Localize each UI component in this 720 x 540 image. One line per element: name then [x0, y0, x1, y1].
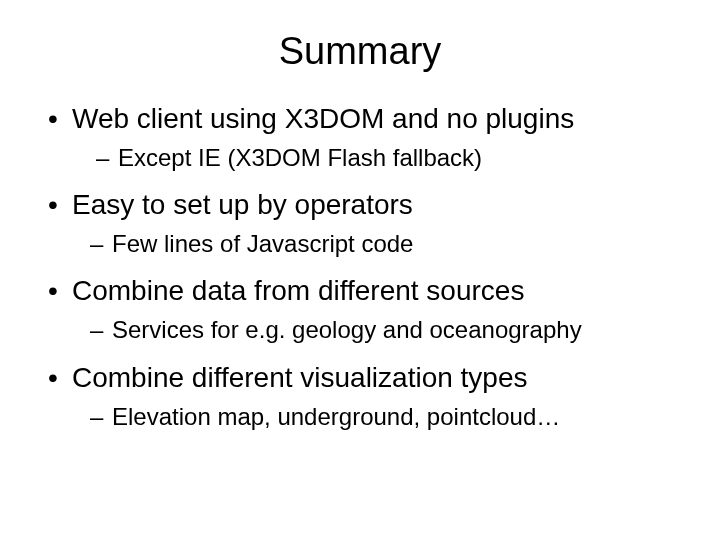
sub-bullet-text: Services for e.g. geology and oceanograp… [112, 314, 582, 345]
sub-bullet-text: Few lines of Javascript code [112, 228, 413, 259]
bullet-row: • Combine different visualization types [48, 360, 690, 395]
slide-title: Summary [30, 30, 690, 73]
dash-icon: – [96, 142, 118, 173]
bullet-row: • Combine data from different sources [48, 273, 690, 308]
dash-icon: – [90, 314, 112, 345]
list-item: • Combine data from different sources – … [30, 273, 690, 345]
bullet-icon: • [48, 101, 72, 136]
bullet-list: • Web client using X3DOM and no plugins … [30, 101, 690, 432]
bullet-icon: • [48, 187, 72, 222]
sub-bullet-row: – Services for e.g. geology and oceanogr… [90, 314, 690, 345]
list-item: • Combine different visualization types … [30, 360, 690, 432]
bullet-row: • Easy to set up by operators [48, 187, 690, 222]
bullet-row: • Web client using X3DOM and no plugins [48, 101, 690, 136]
list-item: • Easy to set up by operators – Few line… [30, 187, 690, 259]
sub-bullet-text: Elevation map, underground, pointcloud… [112, 401, 560, 432]
bullet-text: Easy to set up by operators [72, 187, 413, 222]
bullet-text: Combine different visualization types [72, 360, 528, 395]
list-item: • Web client using X3DOM and no plugins … [30, 101, 690, 173]
dash-icon: – [90, 401, 112, 432]
bullet-icon: • [48, 360, 72, 395]
sub-bullet-row: – Few lines of Javascript code [90, 228, 690, 259]
dash-icon: – [90, 228, 112, 259]
slide: Summary • Web client using X3DOM and no … [0, 0, 720, 540]
bullet-icon: • [48, 273, 72, 308]
bullet-text: Combine data from different sources [72, 273, 524, 308]
sub-bullet-text: Except IE (X3DOM Flash fallback) [118, 142, 482, 173]
sub-bullet-row: – Except IE (X3DOM Flash fallback) [96, 142, 690, 173]
bullet-text: Web client using X3DOM and no plugins [72, 101, 574, 136]
sub-bullet-row: – Elevation map, underground, pointcloud… [90, 401, 690, 432]
